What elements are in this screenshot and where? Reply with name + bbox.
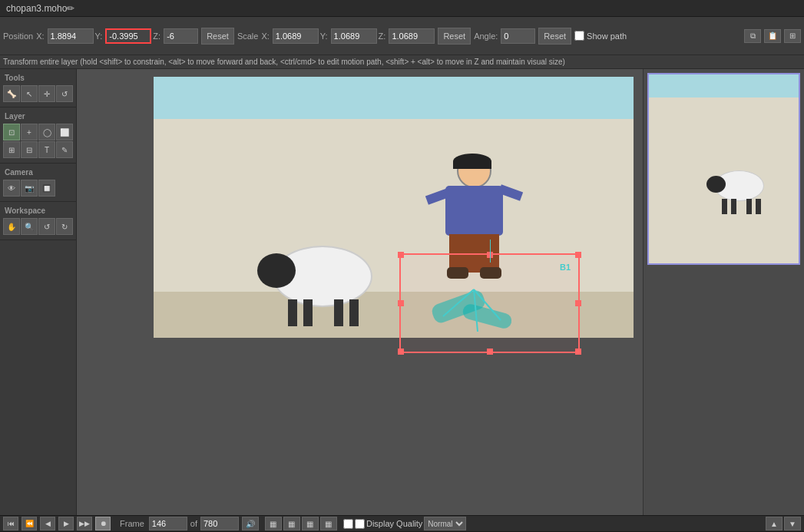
- copy-icon-btn[interactable]: ⧉: [744, 29, 761, 43]
- svg-line-1: [474, 289, 501, 320]
- filename: chopan3.moho: [6, 3, 67, 14]
- workspace-title: Workspace: [2, 205, 74, 216]
- view-toggles: ▦ ▦ ▦ ▦: [265, 517, 337, 530]
- next-frame-btn[interactable]: ▶▶: [77, 517, 92, 530]
- scale-group: Scale X: Y: Z:: [237, 28, 435, 44]
- sz-label: Z:: [379, 31, 386, 41]
- workspace-section: Workspace ✋ 🔍 ↺ ↻: [0, 202, 76, 240]
- preview-sheep: [706, 167, 776, 220]
- paste-icon-btn[interactable]: 📋: [764, 29, 781, 43]
- layer-section: Layer ⊡ + ◯ ⬜ ⊞ ⊟ T ✎: [0, 107, 76, 164]
- view-btn-1[interactable]: ▦: [265, 517, 282, 530]
- x-input[interactable]: [48, 28, 94, 44]
- icon-group: ⧉ 📋 ⊞: [744, 29, 801, 43]
- sky: [154, 77, 634, 119]
- quality-group: Display Quality Normal High: [343, 517, 466, 530]
- sx-input[interactable]: [273, 28, 319, 44]
- quality-check[interactable]: [343, 519, 353, 529]
- sz-input[interactable]: [389, 28, 435, 44]
- transport-bar: ⏮ ⏪ ◀ ▶ ▶▶ ⏺ Frame of 🔊 ▦ ▦ ▦ ▦ Display …: [0, 515, 804, 532]
- audio-btn[interactable]: 🔊: [242, 517, 259, 530]
- reset-button-3[interactable]: Reset: [538, 28, 571, 45]
- svg-line-2: [474, 289, 478, 332]
- layer-tools-row: ⊡ + ◯ ⬜ ⊞ ⊟ T ✎: [2, 122, 74, 160]
- reset-button-1[interactable]: Reset: [201, 28, 234, 45]
- sy-input[interactable]: [331, 28, 377, 44]
- cam-tool-1[interactable]: 👁: [3, 180, 20, 197]
- y-input[interactable]: [105, 28, 151, 44]
- reset-button-2[interactable]: Reset: [438, 28, 471, 45]
- right-preview-panel: [643, 69, 804, 515]
- layer-title: Layer: [2, 111, 74, 122]
- sx-label: X:: [261, 31, 269, 41]
- ws-tool-4[interactable]: ↻: [56, 218, 73, 235]
- tool-select[interactable]: ↖: [21, 85, 38, 102]
- z-label: Z:: [153, 31, 160, 41]
- position-label: Position: [3, 31, 33, 41]
- svg-line-0: [443, 289, 474, 316]
- tools-section: Tools 🦴 ↖ ✛ ↺: [0, 69, 76, 107]
- angle-group: Angle:: [474, 28, 535, 44]
- layer-tool-3[interactable]: ◯: [38, 124, 55, 140]
- layer-tool-1[interactable]: ⊡: [3, 124, 20, 140]
- record-btn[interactable]: ⏺: [95, 517, 111, 530]
- display-quality-label: Display Quality: [366, 519, 422, 528]
- bone-svg: [401, 255, 578, 352]
- show-path-text: Show path: [587, 31, 627, 41]
- view-btn-2[interactable]: ▦: [283, 517, 300, 530]
- tool-bone[interactable]: 🦴: [3, 85, 20, 102]
- tool-rotate[interactable]: ↺: [56, 85, 73, 102]
- view-btn-3[interactable]: ▦: [302, 517, 319, 530]
- camera-section: Camera 👁 📷 🔲: [0, 164, 76, 202]
- scale-label: Scale: [237, 31, 259, 41]
- view-btn-4[interactable]: ▦: [320, 517, 337, 530]
- angle-label: Angle:: [474, 31, 498, 41]
- z-input[interactable]: [164, 28, 198, 44]
- preview-box: [647, 73, 800, 265]
- ws-tool-3[interactable]: ↺: [38, 218, 55, 235]
- ws-tool-2[interactable]: 🔍: [21, 218, 38, 235]
- prev-key-btn[interactable]: ⏪: [22, 517, 37, 530]
- frame-input[interactable]: [149, 517, 187, 530]
- workspace-tools-row: ✋ 🔍 ↺ ↻: [2, 216, 74, 236]
- main-area: Tools 🦴 ↖ ✛ ↺ Layer ⊡ + ◯ ⬜ ⊞ ⊟ T ✎ Came…: [0, 69, 804, 515]
- tl-expand-btn[interactable]: ▲: [766, 517, 782, 530]
- layer-tool-2[interactable]: +: [21, 124, 38, 140]
- total-frames-input[interactable]: [200, 517, 239, 530]
- layer-tool-4[interactable]: ⬜: [56, 124, 73, 140]
- cam-tool-2[interactable]: 📷: [21, 180, 38, 197]
- left-sidebar: Tools 🦴 ↖ ✛ ↺ Layer ⊡ + ◯ ⬜ ⊞ ⊟ T ✎ Came…: [0, 69, 77, 515]
- quality-select[interactable]: Normal High: [424, 517, 466, 530]
- sheep-left: [257, 230, 395, 330]
- modified-indicator: ✏: [67, 3, 74, 14]
- layer-tool-6[interactable]: ⊟: [21, 141, 38, 158]
- ws-tool-1[interactable]: ✋: [3, 218, 20, 235]
- cam-tool-3[interactable]: 🔲: [38, 180, 55, 197]
- x-label: X:: [36, 31, 44, 41]
- scene-bg: B1: [154, 77, 634, 338]
- prev-frame-btn[interactable]: ◀: [40, 517, 55, 530]
- camera-title: Camera: [2, 167, 74, 178]
- title-bar: chopan3.moho ✏: [0, 0, 804, 17]
- camera-tools-row: 👁 📷 🔲: [2, 178, 74, 198]
- top-toolbar: Position X: Y: Z: Reset Scale X: Y: Z: R…: [0, 17, 804, 55]
- tl-collapse-btn[interactable]: ▼: [784, 517, 801, 530]
- layer-tool-5[interactable]: ⊞: [3, 141, 20, 158]
- canvas-area[interactable]: B1: [77, 69, 804, 515]
- quality-check2[interactable]: [355, 519, 365, 529]
- layer-tool-8[interactable]: ✎: [56, 141, 73, 158]
- play-btn[interactable]: ▶: [58, 517, 74, 530]
- go-start-btn[interactable]: ⏮: [3, 517, 18, 530]
- tool-move[interactable]: ✛: [38, 85, 55, 102]
- tl-controls: ▲ ▼: [766, 517, 801, 530]
- frame-label: Frame: [120, 519, 144, 528]
- angle-input[interactable]: [501, 28, 535, 44]
- layer-tool-7[interactable]: T: [38, 141, 55, 158]
- of-label: of: [190, 519, 197, 528]
- extra-icon-btn[interactable]: ⊞: [784, 29, 801, 43]
- show-path-checkbox[interactable]: [574, 31, 584, 41]
- tools-row: 🦴 ↖ ✛ ↺: [2, 84, 74, 104]
- sy-label: Y:: [320, 31, 328, 41]
- show-path-label[interactable]: Show path: [574, 31, 627, 41]
- tools-title: Tools: [2, 72, 74, 84]
